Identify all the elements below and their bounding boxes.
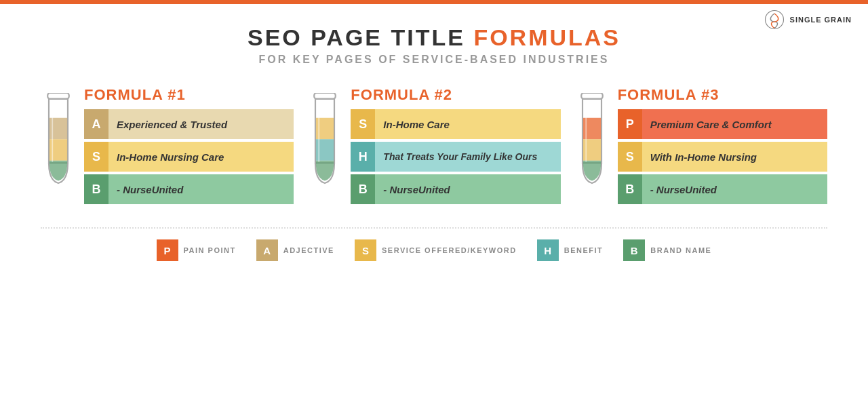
formula-3-content: FORMULA #3 P Premium Care & Comfort S Wi… (618, 86, 827, 207)
legend-box-p: P (157, 239, 178, 261)
formula-row: S In-Home Nursing Care (84, 142, 294, 172)
formula-row: B - NurseUnited (618, 174, 827, 204)
formula-text: That Treats Your Family Like Ours (375, 142, 560, 172)
formula-text: With In-Home Nursing (642, 142, 827, 172)
formula-row: H That Treats Your Family Like Ours (351, 142, 560, 172)
legend-section: P PAIN POINT A ADJECTIVE S SERVICE OFFER… (41, 227, 827, 267)
logo-area: SINGLE GRAIN (764, 9, 852, 30)
title-black: SEO PAGE TITLE (248, 24, 473, 50)
formula-text: Premium Care & Comfort (642, 109, 827, 139)
formula-text: - NurseUnited (108, 174, 294, 204)
formula-letter-a: A (84, 109, 108, 139)
legend-label-h: BENEFIT (564, 246, 604, 254)
formulas-section: FORMULA #1 A Experienced & Trusted S In-… (41, 86, 827, 207)
main-content: SEO PAGE TITLE FORMULAS FOR KEY PAGES OF… (0, 4, 868, 280)
title-section: SEO PAGE TITLE FORMULAS FOR KEY PAGES OF… (41, 24, 827, 66)
formula-1-block: FORMULA #1 A Experienced & Trusted S In-… (41, 86, 294, 207)
formula-row: B - NurseUnited (84, 174, 294, 204)
legend-box-s: S (355, 239, 376, 261)
legend-item-a: A ADJECTIVE (256, 239, 334, 261)
legend-label-s: SERVICE OFFERED/KEYWORD (382, 246, 517, 254)
formula-2-block: FORMULA #2 S In-Home Care H That Treats … (307, 86, 560, 207)
main-title: SEO PAGE TITLE FORMULAS (41, 24, 827, 51)
formula-row: S In-Home Care (351, 109, 560, 139)
logo-icon (764, 9, 785, 30)
logo-text: SINGLE GRAIN (790, 16, 852, 24)
formula-1-content: FORMULA #1 A Experienced & Trusted S In-… (84, 86, 294, 207)
formula-row: S With In-Home Nursing (618, 142, 827, 172)
formula-text: - NurseUnited (642, 174, 827, 204)
svg-rect-1 (47, 93, 69, 99)
svg-point-0 (765, 11, 783, 29)
test-tube-3 (574, 93, 610, 188)
test-tube-2 (307, 93, 342, 188)
legend-item-p: P PAIN POINT (157, 239, 236, 261)
formula-2-title: FORMULA #2 (351, 86, 560, 104)
formula-text: Experienced & Trusted (108, 109, 294, 139)
formula-text: In-Home Nursing Care (108, 142, 294, 172)
legend-box-a: A (256, 239, 278, 261)
test-tube-1 (41, 93, 76, 188)
title-orange: FORMULAS (473, 24, 620, 50)
formula-letter-s: S (618, 142, 642, 172)
legend-item-b: B BRAND NAME (623, 239, 711, 261)
formula-row: A Experienced & Trusted (84, 109, 294, 139)
formula-3-title: FORMULA #3 (618, 86, 827, 104)
formula-3-block: FORMULA #3 P Premium Care & Comfort S Wi… (574, 86, 827, 207)
subtitle: FOR KEY PAGES OF SERVICE-BASED INDUSTRIE… (41, 54, 827, 66)
formula-2-content: FORMULA #2 S In-Home Care H That Treats … (351, 86, 560, 207)
formula-row: B - NurseUnited (351, 174, 560, 204)
legend-box-b: B (623, 239, 645, 261)
formula-letter-h: H (351, 142, 375, 172)
formula-text: In-Home Care (375, 109, 560, 139)
legend-box-h: H (537, 239, 559, 261)
formula-letter-s: S (351, 109, 375, 139)
legend-item-h: H BENEFIT (537, 239, 604, 261)
legend-label-p: PAIN POINT (184, 246, 236, 254)
svg-rect-11 (581, 93, 603, 99)
svg-rect-6 (315, 93, 336, 99)
formula-letter-b: B (84, 174, 108, 204)
formula-letter-b: B (618, 174, 642, 204)
formula-letter-p: P (618, 109, 642, 139)
formula-text: - NurseUnited (375, 174, 560, 204)
formula-1-title: FORMULA #1 (84, 86, 294, 104)
formula-letter-b: B (351, 174, 375, 204)
legend-label-a: ADJECTIVE (283, 246, 334, 254)
legend-item-s: S SERVICE OFFERED/KEYWORD (355, 239, 517, 261)
formula-letter-s: S (84, 142, 108, 172)
legend-label-b: BRAND NAME (650, 246, 711, 254)
formula-row: P Premium Care & Comfort (618, 109, 827, 139)
